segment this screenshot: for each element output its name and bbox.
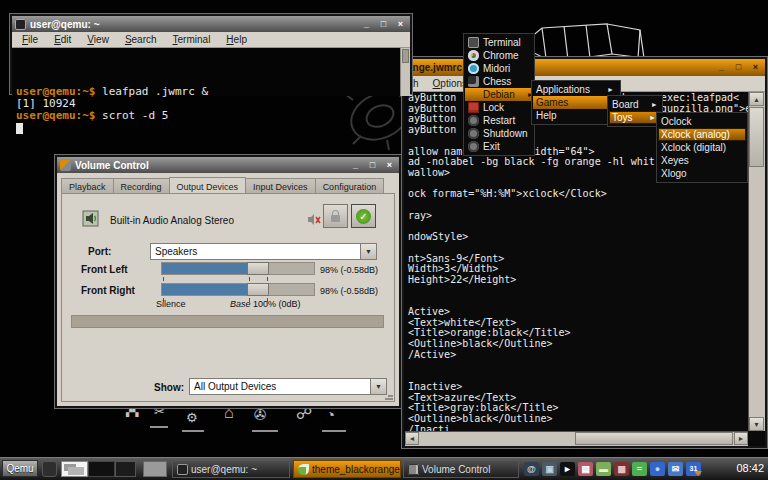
task-label: Volume Control — [422, 464, 490, 475]
combo-arrow-icon[interactable]: ▼ — [370, 379, 386, 394]
terminal-menu-search[interactable]: Search — [125, 34, 157, 45]
show-combobox[interactable]: All Output Devices ▼ — [189, 378, 387, 395]
editor-horizontal-scrollbar[interactable]: ◄ ► — [405, 431, 748, 446]
slider-handle[interactable] — [247, 262, 269, 275]
menu-item-board[interactable]: Board► — [609, 98, 661, 111]
slider-tick-mark — [249, 277, 250, 281]
desktop-art-doodles: ▞▚ ✂ ⚙ ⌂ ✇ ☍ ◔ — [126, 404, 366, 452]
menu-item-label: Toys — [612, 112, 633, 123]
tab-recording[interactable]: Recording — [113, 178, 170, 194]
pager-desktop-1[interactable] — [61, 461, 88, 477]
close-button[interactable]: × — [394, 19, 407, 30]
menu-item-label: Games — [536, 97, 568, 108]
menu-item-xclock-digital[interactable]: Xclock (digital) — [658, 141, 746, 154]
terminal-menu-file[interactable]: File — [22, 34, 38, 45]
menu-item-restart[interactable]: Restart — [465, 114, 533, 127]
terminal-output[interactable]: user@qemu:~$ leafpad .jwmrc &[1] 10924us… — [12, 48, 410, 96]
menu-item-exit[interactable]: Exit — [465, 140, 533, 153]
editor-vertical-scrollbar[interactable]: ▲ ▼ — [748, 92, 765, 431]
pager-desktop-2[interactable] — [88, 461, 115, 477]
channel-row-front-left: Front Left98% (-0.58dB) — [62, 262, 394, 282]
maximize-button[interactable]: □ — [732, 62, 745, 73]
package-manager-icon[interactable]: ▤ — [578, 462, 593, 476]
volume-titlebar[interactable]: Volume Control _ □ × — [57, 157, 399, 173]
pager-desktop-4[interactable] — [143, 461, 167, 477]
menu-item-midori[interactable]: Midori — [465, 62, 533, 75]
menu-item-toys[interactable]: Toys► — [609, 111, 661, 124]
menu-item-debian[interactable]: Debian► — [465, 88, 533, 101]
menu-item-label: Applications — [536, 84, 590, 95]
tray-overflow-icon[interactable] — [694, 471, 702, 476]
mail-icon[interactable]: ✉ — [668, 462, 683, 476]
close-button[interactable]: × — [383, 160, 396, 171]
editor-titlebar[interactable]: ange.jwmrc _ □ × — [404, 59, 765, 76]
volume-task-icon — [408, 464, 419, 475]
volume-slider[interactable] — [161, 262, 315, 275]
exit-icon — [468, 141, 479, 152]
slider-handle[interactable] — [247, 283, 269, 296]
menu-item-xeyes[interactable]: Xeyes — [658, 154, 746, 167]
terminal-menu-terminal[interactable]: Terminal — [173, 34, 211, 45]
tab-output-devices[interactable]: Output Devices — [169, 177, 247, 194]
slider-fill — [162, 263, 249, 274]
close-button[interactable]: × — [749, 62, 762, 73]
port-combobox[interactable]: Speakers ▼ — [150, 243, 377, 260]
network-monitors-icon[interactable]: ▣ — [542, 462, 557, 476]
scroll-right-icon[interactable]: ► — [734, 432, 748, 445]
terminal-menu-edit[interactable]: Edit — [54, 34, 71, 45]
taskbar-menu-button[interactable]: Qemu — [2, 460, 38, 477]
file-manager-icon[interactable]: ▬ — [596, 462, 611, 476]
hscroll-thumb[interactable] — [575, 432, 733, 445]
task-button-user-qemu[interactable]: user@qemu: ~ — [172, 460, 290, 478]
minimize-button[interactable]: _ — [349, 160, 362, 171]
terminal-prompt: user@qemu:~$ — [16, 109, 95, 122]
menu-item-terminal[interactable]: Terminal — [465, 36, 533, 49]
menu-item-shutdown[interactable]: Shutdown — [465, 127, 533, 140]
task-button-theme-blackorange-jwmrc[interactable]: theme_blackorange.jwmrc — [293, 460, 401, 478]
pager-desktop-3[interactable] — [115, 461, 136, 477]
tab-input-devices[interactable]: Input Devices — [245, 178, 316, 194]
set-fallback-button[interactable]: ✓ — [351, 204, 376, 228]
task-button-volume-control[interactable]: Volume Control — [403, 460, 519, 478]
pointer-app-icon[interactable]: ► — [560, 462, 575, 476]
lock-channels-button[interactable] — [323, 204, 348, 228]
minimize-button[interactable]: _ — [360, 19, 373, 30]
menu-item-label: Help — [536, 110, 557, 121]
terminal-titlebar[interactable]: user@qemu: ~ _ □ × — [12, 16, 410, 32]
root-menu: TerminalChromeMidoriChessDebian►LockRest… — [463, 33, 535, 156]
terminal-scrollbar[interactable] — [400, 48, 410, 96]
menu-item-lock[interactable]: Lock — [465, 101, 533, 114]
maximize-button[interactable]: □ — [366, 160, 379, 171]
menu-item-chess[interactable]: Chess — [465, 75, 533, 88]
calculator-icon[interactable]: ▦ — [614, 462, 629, 476]
tab-playback[interactable]: Playback — [61, 178, 114, 194]
volume-slider[interactable] — [161, 283, 315, 296]
peak-meter — [71, 315, 384, 328]
scroll-left-icon[interactable]: ◄ — [405, 432, 419, 445]
terminal-title: user@qemu: ~ — [30, 19, 100, 30]
restart-icon — [468, 115, 479, 126]
scroll-up-icon[interactable]: ▲ — [749, 92, 764, 106]
terminal-scroll-thumb[interactable] — [402, 49, 409, 63]
browser-icon[interactable]: ● — [650, 462, 665, 476]
terminal-menu-help[interactable]: Help — [226, 34, 247, 45]
spreadsheet-icon[interactable]: = — [632, 462, 647, 476]
swirl-app-icon[interactable]: @ — [524, 462, 539, 476]
show-desktop-icon[interactable] — [42, 461, 57, 477]
editor-line — [408, 200, 748, 211]
scroll-down-icon[interactable]: ▼ — [749, 417, 764, 431]
terminal-menu-view[interactable]: View — [87, 34, 109, 45]
menu-item-chrome[interactable]: Chrome — [465, 49, 533, 62]
combo-arrow-icon[interactable]: ▼ — [360, 244, 376, 259]
lock-icon — [468, 102, 479, 113]
minimize-button[interactable]: _ — [715, 62, 728, 73]
editor-menu-options[interactable]: Options — [433, 78, 467, 89]
resize-grip[interactable] — [385, 398, 393, 400]
menu-item-xclock-analog[interactable]: Xclock (analog) — [658, 128, 746, 141]
vscroll-thumb[interactable] — [749, 107, 764, 167]
maximize-button[interactable]: □ — [377, 19, 390, 30]
menu-item-oclock[interactable]: Oclock — [658, 115, 746, 128]
tab-configuration[interactable]: Configuration — [315, 178, 385, 194]
menu-item-xlogo[interactable]: Xlogo — [658, 167, 746, 180]
mute-icon[interactable] — [307, 213, 322, 226]
